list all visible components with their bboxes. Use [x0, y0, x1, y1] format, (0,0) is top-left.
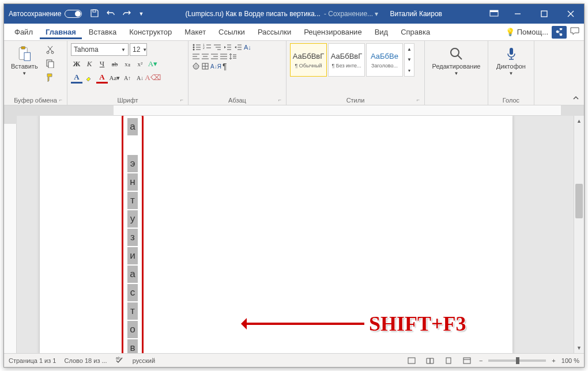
tab-view[interactable]: Вид [369, 25, 394, 39]
tab-help[interactable]: Справка [395, 25, 436, 39]
align-left-button[interactable] [192, 53, 200, 60]
tab-file[interactable]: Файл [9, 25, 39, 39]
autosave-toggle[interactable]: Автосохранение [9, 10, 82, 18]
multilevel-button[interactable] [213, 43, 222, 51]
bullets-button[interactable] [192, 43, 201, 51]
tab-layout[interactable]: Макет [179, 25, 212, 39]
format-painter-button[interactable] [44, 71, 56, 84]
font-name-select[interactable]: Tahoma▼ [71, 43, 129, 56]
italic-button[interactable]: К [84, 58, 95, 70]
redo-icon[interactable] [122, 9, 131, 20]
vertical-scrollbar[interactable]: ▲ ▼ [574, 116, 584, 353]
share-button[interactable] [552, 26, 567, 39]
read-mode-icon[interactable] [424, 355, 436, 366]
save-icon[interactable] [90, 9, 99, 20]
align-right-button[interactable] [210, 53, 218, 60]
launcher-icon[interactable]: ⌐ [180, 97, 183, 103]
vertical-char: о [127, 321, 138, 338]
undo-icon[interactable] [106, 9, 115, 20]
zoom-in-button[interactable]: + [552, 357, 555, 364]
justify-button[interactable] [220, 53, 228, 60]
decrease-indent-button[interactable] [223, 43, 232, 51]
focus-mode-icon[interactable] [405, 355, 418, 366]
style-normal[interactable]: АаБбВвГ ¶ Обычный [290, 43, 327, 77]
underline-button[interactable]: Ч [96, 58, 108, 70]
style-heading1[interactable]: АаБбВе Заголово... [366, 43, 403, 77]
vertical-char: н [127, 173, 138, 191]
word-count[interactable]: Слово 18 из ... [64, 357, 107, 364]
scroll-up-button[interactable]: ▲ [574, 116, 584, 126]
borders-button[interactable] [201, 62, 209, 70]
shrink-font-button[interactable]: A↓ [134, 72, 146, 84]
ribbon-display-icon[interactable] [489, 10, 499, 18]
font-color-button[interactable]: A [96, 72, 108, 84]
strike-button[interactable]: ab [109, 58, 120, 70]
sort-button[interactable]: A↓ [244, 44, 251, 51]
user-name[interactable]: Виталий Каиров [390, 10, 442, 18]
print-layout-icon[interactable] [442, 355, 455, 366]
font-color-fill-button[interactable]: A [71, 72, 82, 84]
tab-home[interactable]: Главная [40, 25, 82, 39]
page-indicator[interactable]: Страница 1 из 1 [9, 357, 56, 364]
dictate-button[interactable]: Диктофон ▼ [493, 43, 529, 78]
copy-button[interactable] [44, 57, 56, 70]
show-marks-button[interactable]: ¶ [223, 62, 227, 71]
zoom-slider[interactable] [488, 359, 546, 362]
spellcheck-icon[interactable]: ab [115, 356, 125, 365]
language-indicator[interactable]: русский [133, 357, 155, 364]
collapse-ribbon-button[interactable] [568, 41, 584, 105]
vertical-ruler[interactable] [4, 116, 17, 353]
document-page[interactable]: а энтузиастов [40, 116, 512, 353]
ribbon: Вставить ▼ Буфер обмена⌐ Tahoma▼ 12▼ [4, 41, 584, 105]
paste-button[interactable]: Вставить ▼ [7, 43, 42, 78]
qat-dropdown-icon[interactable]: ▼ [138, 11, 144, 17]
text-effects-button[interactable]: A▾ [147, 58, 159, 70]
align-center-button[interactable] [201, 53, 209, 60]
tab-references[interactable]: Ссылки [213, 25, 251, 39]
tab-review[interactable]: Рецензирование [298, 25, 367, 39]
sort-az-button[interactable]: А↓Я [210, 63, 221, 70]
tab-insert[interactable]: Вставка [83, 25, 122, 39]
vertical-char: т [127, 302, 138, 320]
cut-button[interactable] [44, 43, 56, 56]
style-no-spacing[interactable]: АаБбВвГ ¶ Без инте... [328, 43, 365, 77]
editing-button[interactable]: Редактирование ▼ [429, 43, 484, 78]
superscript-button[interactable]: x² [134, 58, 146, 70]
shading-button[interactable] [192, 62, 200, 70]
subscript-button[interactable]: x₂ [122, 58, 133, 70]
close-button[interactable] [557, 4, 584, 24]
group-font-label: Шрифт [117, 97, 138, 104]
svg-point-49 [451, 48, 459, 56]
highlight-button[interactable] [84, 72, 95, 84]
line-spacing-button[interactable] [229, 53, 237, 60]
styles-gallery[interactable]: АаБбВвГ ¶ Обычный АаБбВвГ ¶ Без инте... … [290, 43, 414, 77]
tab-mailings[interactable]: Рассылки [252, 25, 297, 39]
svg-rect-51 [510, 48, 513, 55]
increase-indent-button[interactable] [233, 43, 243, 51]
launcher-icon[interactable]: ⌐ [417, 97, 420, 103]
vertical-text-selection[interactable]: а энтузиастов [122, 116, 144, 353]
numbering-button[interactable]: 12 [202, 43, 212, 51]
clear-format-button[interactable]: A⌫ [147, 72, 159, 84]
font-size-select[interactable]: 12▼ [130, 43, 147, 56]
launcher-icon[interactable]: ⌐ [59, 97, 62, 103]
svg-rect-2 [490, 10, 498, 12]
zoom-out-button[interactable]: − [479, 357, 483, 364]
styles-more-button[interactable]: ▲▼▾ [404, 43, 414, 77]
scroll-thumb[interactable] [575, 184, 583, 218]
change-case-button[interactable]: Aa▾ [109, 72, 120, 84]
group-voice-label: Голос [503, 97, 519, 104]
maximize-button[interactable] [531, 4, 557, 24]
tell-me[interactable]: 💡 Помощ... [506, 28, 548, 36]
comments-button[interactable] [570, 27, 579, 37]
bold-button[interactable]: Ж [71, 58, 82, 70]
launcher-icon[interactable]: ⌐ [278, 97, 281, 103]
zoom-value[interactable]: 100 % [561, 357, 579, 364]
tab-design[interactable]: Конструктор [123, 25, 178, 39]
minimize-button[interactable] [504, 4, 531, 24]
scroll-down-button[interactable]: ▼ [574, 343, 584, 353]
web-layout-icon[interactable] [461, 355, 473, 366]
toggle-switch-icon[interactable] [65, 10, 82, 18]
horizontal-ruler[interactable] [4, 105, 584, 116]
grow-font-button[interactable]: A↑ [122, 72, 133, 84]
